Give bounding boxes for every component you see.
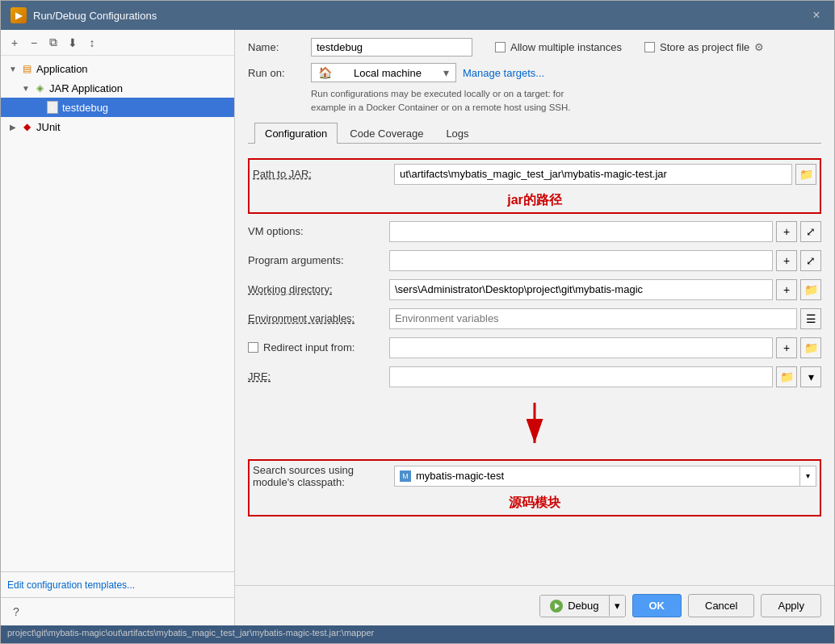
vm-options-input[interactable] [389,221,773,242]
debug-icon [550,600,563,613]
close-button[interactable]: × [808,7,825,23]
program-args-field-group: + ⤢ [389,250,821,271]
help-button[interactable]: ? [7,603,25,621]
debug-label: Debug [568,600,598,612]
sidebar-bottom: Edit configuration templates... [1,571,234,597]
env-vars-input[interactable] [389,308,797,329]
sidebar: + − ⧉ ⬇ ↕ ▼ ▤ Application ▼ ◈ J [1,30,235,625]
tab-configuration[interactable]: Configuration [254,123,338,144]
hint-line2: example in a Docker Container or on a re… [311,102,571,112]
tabs-bar: Configuration Code Coverage Logs [248,122,821,144]
annotation-arrow [502,403,567,451]
classpath-dropdown[interactable]: M mybatis-magic-test ▾ [394,466,816,487]
application-icon: ▤ [20,62,33,75]
junit-label: JUnit [36,121,61,133]
ok-button[interactable]: OK [632,594,682,617]
sidebar-help: ? [1,597,234,625]
redirect-add-button[interactable]: + [776,337,797,358]
testdebug-label: testdebug [62,102,108,114]
program-args-fullscreen-button[interactable]: ⤢ [800,250,821,271]
application-label: Application [36,63,88,75]
classpath-value: M mybatis-magic-test [395,470,799,482]
program-args-row: Program arguments: + ⤢ [248,249,821,272]
tab-logs[interactable]: Logs [435,123,479,144]
redirect-input[interactable] [389,337,773,358]
classpath-field-group: M mybatis-magic-test ▾ [394,466,816,487]
config-tree: ▼ ▤ Application ▼ ◈ JAR Application [1,56,234,571]
classpath-row: Search sources using module's classpath:… [253,464,816,488]
run-on-dropdown[interactable]: 🏠 Local machine ▾ [311,63,456,82]
redirect-checkbox[interactable] [248,342,258,353]
store-project-label: Store as project file [660,41,749,53]
action-bar: Debug ▾ OK Cancel Apply [235,585,834,625]
env-vars-row: Environment variables: ☰ [248,307,821,330]
vm-options-field-group: + ⤢ [389,221,821,242]
store-project-checkbox[interactable] [644,42,655,52]
env-vars-edit-button[interactable]: ☰ [800,308,821,329]
jar-path-input[interactable] [394,164,792,185]
jar-path-field-group: 📁 [394,164,816,185]
env-vars-field-group: ☰ [389,308,821,329]
svg-marker-2 [555,603,560,609]
jar-path-section: Path to JAR: 📁 jar的路径 [248,158,821,214]
jar-path-label: Path to JAR: [253,168,394,180]
name-input[interactable] [311,38,472,56]
jre-dropdown-button[interactable]: ▾ [800,366,821,387]
run-on-label: Run on: [248,67,304,79]
tree-item-application[interactable]: ▼ ▤ Application [1,59,234,78]
tree-item-jar-application[interactable]: ▼ ◈ JAR Application [1,78,234,98]
jre-field-group: 📁 ▾ [389,366,821,387]
classpath-dropdown-arrow[interactable]: ▾ [799,466,816,486]
vm-options-label: VM options: [248,225,389,237]
edit-templates-link[interactable]: Edit configuration templates... [7,579,135,591]
expand-icon: ▼ [7,63,19,74]
config-form: Path to JAR: 📁 jar的路径 VM options: + [235,148,834,586]
name-label: Name: [248,41,304,53]
debug-button[interactable]: Debug [540,596,608,617]
run-debug-dialog: ▶ Run/Debug Configurations × + − ⧉ ⬇ ↕ ▼… [0,0,835,644]
sort-config-button[interactable]: ↕ [83,34,101,52]
program-args-expand-button[interactable]: + [776,250,797,271]
allow-multiple-checkbox[interactable] [495,42,506,52]
dropdown-arrow-icon: ▾ [443,66,449,79]
cancel-button[interactable]: Cancel [688,594,754,617]
working-dir-label: Working directory: [248,283,389,295]
working-dir-add-button[interactable]: + [776,279,797,300]
move-config-button[interactable]: ⬇ [64,34,82,52]
program-args-input[interactable] [389,250,773,271]
allow-multiple-group: Allow multiple instances [495,41,622,53]
jre-browse-button[interactable]: 📁 [776,366,797,387]
apply-button[interactable]: Apply [761,594,821,617]
add-config-button[interactable]: + [6,34,23,52]
redirect-browse-button[interactable]: 📁 [800,337,821,358]
working-dir-browse-button[interactable]: 📁 [800,279,821,300]
debug-dropdown-button[interactable]: ▾ [609,596,625,616]
vm-options-fullscreen-button[interactable]: ⤢ [800,221,821,242]
env-vars-label: Environment variables: [248,312,389,324]
main-panel: Name: Allow multiple instances Store as … [235,30,834,625]
jar-path-browse-button[interactable]: 📁 [795,164,816,185]
redirect-label: Redirect input from: [263,341,361,353]
module-icon: M [400,470,411,482]
copy-config-button[interactable]: ⧉ [44,34,62,52]
working-dir-input[interactable] [389,279,773,300]
remove-config-button[interactable]: − [25,34,43,52]
jar-application-label: JAR Application [49,82,123,94]
jre-input[interactable] [389,366,773,387]
sidebar-toolbar: + − ⧉ ⬇ ↕ [1,30,234,56]
tab-code-coverage[interactable]: Code Coverage [339,123,434,144]
jar-path-annotation: jar的路径 [253,192,816,209]
vm-options-expand-button[interactable]: + [776,221,797,242]
run-on-value: Local machine [354,67,422,79]
manage-targets-link[interactable]: Manage targets... [463,67,544,79]
title-bar-left: ▶ Run/Debug Configurations [10,7,157,23]
program-args-label: Program arguments: [248,254,389,266]
jar-application-icon: ◈ [33,82,46,94]
tree-item-testdebug[interactable]: f testdebug [1,98,234,117]
classpath-label: Search sources using module's classpath: [253,464,394,488]
tree-item-junit[interactable]: ▶ ◆ JUnit [1,117,234,136]
classpath-module-name: mybatis-magic-test [416,470,504,482]
working-dir-row: Working directory: + 📁 [248,278,821,301]
arrow-container [248,395,821,459]
classpath-annotation: 源码模块 [253,495,816,512]
